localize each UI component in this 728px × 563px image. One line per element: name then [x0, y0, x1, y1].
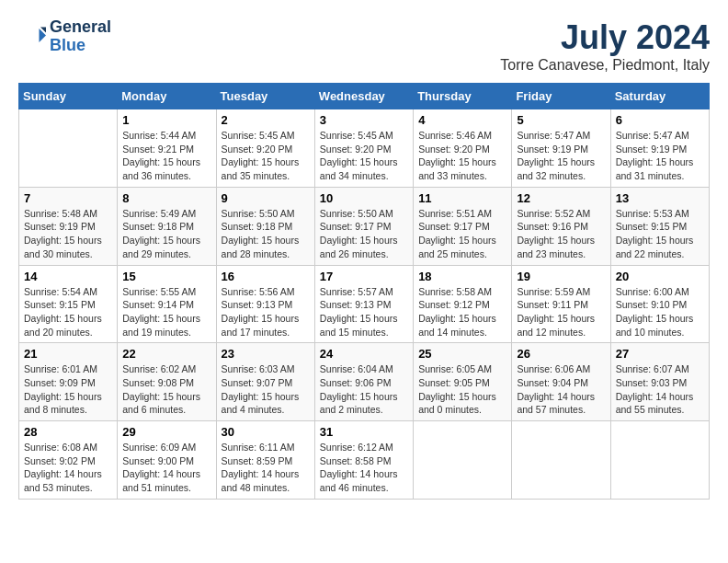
day-info: Sunrise: 5:44 AMSunset: 9:21 PMDaylight:…	[122, 129, 210, 183]
day-cell: 20Sunrise: 6:00 AMSunset: 9:10 PMDayligh…	[610, 265, 709, 343]
day-number: 30	[222, 425, 310, 439]
day-info: Sunrise: 5:50 AMSunset: 9:18 PMDaylight:…	[222, 207, 310, 261]
day-cell: 31Sunrise: 6:12 AMSunset: 8:58 PMDayligh…	[314, 421, 413, 500]
day-number: 15	[122, 270, 210, 283]
day-cell: 26Sunrise: 6:06 AMSunset: 9:04 PMDayligh…	[512, 343, 610, 421]
day-cell: 11Sunrise: 5:51 AMSunset: 9:17 PMDayligh…	[414, 187, 512, 265]
day-cell	[610, 421, 709, 500]
day-info: Sunrise: 5:47 AMSunset: 9:19 PMDaylight:…	[517, 129, 605, 183]
day-number: 19	[517, 270, 605, 283]
day-info: Sunrise: 6:12 AMSunset: 8:58 PMDaylight:…	[320, 441, 408, 495]
day-cell: 23Sunrise: 6:03 AMSunset: 9:07 PMDayligh…	[216, 343, 314, 421]
day-info: Sunrise: 5:52 AMSunset: 9:16 PMDaylight:…	[517, 207, 605, 261]
calendar-title: July 2024	[500, 18, 710, 57]
day-info: Sunrise: 6:03 AMSunset: 9:07 PMDaylight:…	[222, 362, 310, 417]
day-cell: 24Sunrise: 6:04 AMSunset: 9:06 PMDayligh…	[314, 343, 413, 421]
day-number: 14	[24, 270, 112, 283]
day-number: 29	[122, 425, 210, 439]
day-number: 10	[320, 191, 408, 205]
day-number: 4	[418, 113, 506, 127]
day-cell: 10Sunrise: 5:50 AMSunset: 9:17 PMDayligh…	[314, 187, 413, 265]
day-cell: 1Sunrise: 5:44 AMSunset: 9:21 PMDaylight…	[118, 109, 216, 188]
week-row-2: 7Sunrise: 5:48 AMSunset: 9:19 PMDaylight…	[19, 187, 710, 265]
day-cell: 2Sunrise: 5:45 AMSunset: 9:20 PMDaylight…	[216, 109, 314, 188]
day-cell: 6Sunrise: 5:47 AMSunset: 9:19 PMDaylight…	[610, 109, 709, 188]
day-info: Sunrise: 6:09 AMSunset: 9:00 PMDaylight:…	[122, 441, 210, 495]
day-number: 20	[616, 270, 704, 283]
col-header-tuesday: Tuesday	[216, 84, 314, 109]
day-number: 13	[616, 191, 704, 205]
col-header-saturday: Saturday	[610, 84, 709, 109]
day-info: Sunrise: 6:06 AMSunset: 9:04 PMDaylight:…	[517, 362, 605, 417]
day-info: Sunrise: 5:59 AMSunset: 9:11 PMDaylight:…	[517, 285, 605, 339]
calendar-header-row: SundayMondayTuesdayWednesdayThursdayFrid…	[19, 84, 710, 109]
logo-text-blue: Blue	[50, 37, 111, 55]
day-number: 8	[122, 191, 210, 205]
day-info: Sunrise: 6:07 AMSunset: 9:03 PMDaylight:…	[616, 362, 704, 417]
day-cell: 29Sunrise: 6:09 AMSunset: 9:00 PMDayligh…	[118, 421, 216, 500]
day-info: Sunrise: 5:50 AMSunset: 9:17 PMDaylight:…	[320, 207, 408, 261]
day-number: 24	[320, 347, 408, 361]
col-header-wednesday: Wednesday	[314, 84, 413, 109]
col-header-thursday: Thursday	[414, 84, 512, 109]
day-cell: 25Sunrise: 6:05 AMSunset: 9:05 PMDayligh…	[414, 343, 512, 421]
day-number: 1	[122, 113, 210, 127]
week-row-5: 28Sunrise: 6:08 AMSunset: 9:02 PMDayligh…	[19, 421, 710, 500]
day-cell: 13Sunrise: 5:53 AMSunset: 9:15 PMDayligh…	[610, 187, 709, 265]
day-cell: 27Sunrise: 6:07 AMSunset: 9:03 PMDayligh…	[610, 343, 709, 421]
week-row-1: 1Sunrise: 5:44 AMSunset: 9:21 PMDaylight…	[19, 109, 710, 188]
day-info: Sunrise: 6:04 AMSunset: 9:06 PMDaylight:…	[320, 362, 408, 417]
day-cell	[414, 421, 512, 500]
day-cell: 3Sunrise: 5:45 AMSunset: 9:20 PMDaylight…	[314, 109, 413, 188]
day-cell: 17Sunrise: 5:57 AMSunset: 9:13 PMDayligh…	[314, 265, 413, 343]
day-number: 26	[517, 347, 605, 361]
day-number: 22	[122, 347, 210, 361]
day-cell: 5Sunrise: 5:47 AMSunset: 9:19 PMDaylight…	[512, 109, 610, 188]
day-info: Sunrise: 6:08 AMSunset: 9:02 PMDaylight:…	[24, 441, 112, 495]
day-info: Sunrise: 5:57 AMSunset: 9:13 PMDaylight:…	[320, 285, 408, 339]
logo: General Blue	[18, 18, 111, 55]
day-info: Sunrise: 5:46 AMSunset: 9:20 PMDaylight:…	[418, 129, 506, 183]
day-info: Sunrise: 5:45 AMSunset: 9:20 PMDaylight:…	[222, 129, 310, 183]
day-number: 31	[320, 425, 408, 439]
page-header: General Blue July 2024 Torre Canavese, P…	[18, 18, 710, 74]
day-info: Sunrise: 5:45 AMSunset: 9:20 PMDaylight:…	[320, 129, 408, 183]
week-row-4: 21Sunrise: 6:01 AMSunset: 9:09 PMDayligh…	[19, 343, 710, 421]
day-info: Sunrise: 6:05 AMSunset: 9:05 PMDaylight:…	[418, 362, 506, 417]
day-info: Sunrise: 6:02 AMSunset: 9:08 PMDaylight:…	[122, 362, 210, 417]
day-number: 16	[222, 270, 310, 283]
day-cell: 4Sunrise: 5:46 AMSunset: 9:20 PMDaylight…	[414, 109, 512, 188]
day-number: 12	[517, 191, 605, 205]
day-info: Sunrise: 5:47 AMSunset: 9:19 PMDaylight:…	[616, 129, 704, 183]
calendar-table: SundayMondayTuesdayWednesdayThursdayFrid…	[18, 83, 710, 500]
day-cell	[512, 421, 610, 500]
day-cell: 28Sunrise: 6:08 AMSunset: 9:02 PMDayligh…	[19, 421, 118, 500]
day-info: Sunrise: 5:49 AMSunset: 9:18 PMDaylight:…	[122, 207, 210, 261]
col-header-monday: Monday	[118, 84, 216, 109]
day-number: 7	[24, 191, 112, 205]
day-number: 28	[24, 425, 112, 439]
day-cell: 12Sunrise: 5:52 AMSunset: 9:16 PMDayligh…	[512, 187, 610, 265]
day-info: Sunrise: 6:00 AMSunset: 9:10 PMDaylight:…	[616, 285, 704, 339]
calendar-subtitle: Torre Canavese, Piedmont, Italy	[500, 57, 710, 74]
day-info: Sunrise: 5:56 AMSunset: 9:13 PMDaylight:…	[222, 285, 310, 339]
day-number: 6	[616, 113, 704, 127]
day-cell: 19Sunrise: 5:59 AMSunset: 9:11 PMDayligh…	[512, 265, 610, 343]
logo-text-general: General	[50, 18, 111, 37]
day-cell: 7Sunrise: 5:48 AMSunset: 9:19 PMDaylight…	[19, 187, 118, 265]
day-info: Sunrise: 5:58 AMSunset: 9:12 PMDaylight:…	[418, 285, 506, 339]
week-row-3: 14Sunrise: 5:54 AMSunset: 9:15 PMDayligh…	[19, 265, 710, 343]
logo-icon	[18, 23, 46, 51]
day-info: Sunrise: 5:53 AMSunset: 9:15 PMDaylight:…	[616, 207, 704, 261]
day-cell: 30Sunrise: 6:11 AMSunset: 8:59 PMDayligh…	[216, 421, 314, 500]
day-number: 3	[320, 113, 408, 127]
day-cell	[19, 109, 118, 188]
day-number: 5	[517, 113, 605, 127]
day-number: 27	[616, 347, 704, 361]
day-number: 25	[418, 347, 506, 361]
day-cell: 16Sunrise: 5:56 AMSunset: 9:13 PMDayligh…	[216, 265, 314, 343]
title-block: July 2024 Torre Canavese, Piedmont, Ital…	[500, 18, 710, 74]
day-cell: 14Sunrise: 5:54 AMSunset: 9:15 PMDayligh…	[19, 265, 118, 343]
day-info: Sunrise: 6:11 AMSunset: 8:59 PMDaylight:…	[222, 441, 310, 495]
day-info: Sunrise: 6:01 AMSunset: 9:09 PMDaylight:…	[24, 362, 112, 417]
